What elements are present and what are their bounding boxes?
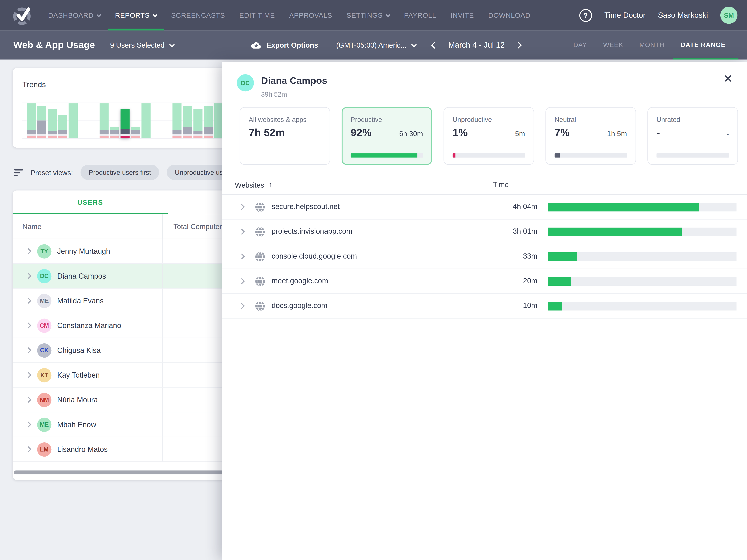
date-range-label[interactable]: March 4 - Jul 12 [437,41,516,50]
cloud-download-icon [249,41,261,49]
nav-item-reports[interactable]: REPORTS [108,0,164,30]
user-row-name: Núria Moura [57,396,98,404]
website-row[interactable]: docs.google.com 10m [222,294,747,319]
nav-item-label: EDIT TIME [239,11,275,19]
stat-progress-track [453,153,525,158]
stat-card-unrated[interactable]: Unrated - - [647,107,738,165]
nav-item-approvals[interactable]: APPROVALS [282,0,339,30]
trend-bar[interactable] [48,109,57,138]
nav-item-settings[interactable]: SETTINGS [339,0,397,30]
expand-chevron-icon[interactable] [239,278,245,284]
nav-item-download[interactable]: DOWNLOAD [481,0,538,30]
nav-item-payroll[interactable]: PAYROLL [397,0,443,30]
nav-item-edit-time[interactable]: EDIT TIME [232,0,282,30]
nav-item-label: APPROVALS [289,11,332,19]
website-row[interactable]: console.cloud.google.com 33m [222,244,747,269]
panel-user-name: Diana Campos [261,75,327,86]
trend-bar[interactable] [27,103,36,138]
website-bar-track [548,252,737,261]
user-avatar[interactable]: SM [720,7,738,24]
expand-chevron-icon[interactable] [25,347,31,353]
timezone-selector[interactable]: (GMT-05:00) Americ... [336,41,416,49]
next-period-button[interactable] [515,42,522,48]
stat-label: All websites & apps [249,116,321,123]
expand-chevron-icon[interactable] [239,303,245,309]
content-area: Trends Preset views: Productive users fi… [0,59,747,560]
website-rows: secure.helpscout.net 4h 04m projects.inv… [222,194,747,319]
website-domain: projects.invisionapp.com [272,227,353,236]
stat-card-neutral[interactable]: Neutral 7% 1h 5m [545,107,636,165]
website-row[interactable]: secure.helpscout.net 4h 04m [222,195,747,219]
trend-bar[interactable] [100,103,109,138]
view-mode-day[interactable]: DAY [565,30,595,59]
websites-header: Websites ↑ Time [222,178,747,194]
nav-item-screencasts[interactable]: SCREENCASTS [164,0,232,30]
expand-chevron-icon[interactable] [239,229,245,235]
trend-bar[interactable] [110,127,119,138]
nav-item-label: DOWNLOAD [488,11,531,19]
stat-progress-track [555,153,627,158]
trend-bar[interactable] [204,106,213,138]
stat-card-all-websites-apps[interactable]: All websites & apps 7h 52m [240,107,330,165]
stat-progress-track [656,153,729,158]
trend-bar[interactable] [37,106,46,138]
expand-chevron-icon[interactable] [25,397,31,403]
help-icon[interactable]: ? [579,9,592,22]
chevron-down-icon [97,12,101,17]
preset-chip[interactable]: Productive users first [80,165,159,180]
stat-time: 5m [515,130,525,138]
trend-bar[interactable] [183,106,192,138]
stat-value: 7% [555,127,570,139]
nav-item-dashboard[interactable]: DASHBOARD [41,0,108,30]
trend-bar[interactable] [141,103,151,138]
export-options-button[interactable]: Export Options [249,41,318,49]
websites-sort-header[interactable]: Websites ↑ [235,181,272,189]
website-bar-fill [548,302,562,311]
trend-bar[interactable] [194,109,203,138]
trend-bar[interactable] [131,127,140,138]
website-time: 4h 04m [460,203,538,211]
close-icon[interactable]: ✕ [723,73,732,84]
stat-label: Unrated [656,116,729,123]
expand-chevron-icon[interactable] [239,254,245,259]
stat-card-productive[interactable]: Productive 92% 6h 30m [342,107,432,165]
view-mode-week[interactable]: WEEK [595,30,632,59]
website-time: 20m [460,277,538,285]
expand-chevron-icon[interactable] [239,204,245,210]
expand-chevron-icon[interactable] [25,372,31,378]
website-row[interactable]: projects.invisionapp.com 3h 01m [222,219,747,244]
expand-chevron-icon[interactable] [25,298,31,304]
globe-icon [254,202,266,213]
expand-chevron-icon[interactable] [25,248,31,254]
trend-bar[interactable] [173,103,182,138]
users-selector[interactable]: 9 Users Selected [110,41,174,49]
website-bar-fill [548,228,682,236]
stat-card-unproductive[interactable]: Unproductive 1% 5m [443,107,534,165]
globe-icon [254,251,266,263]
view-mode-date-range[interactable]: DATE RANGE [672,30,733,59]
user-row-avatar: CK [37,343,51,357]
chevron-down-icon [411,42,417,47]
nav-item-invite[interactable]: INVITE [443,0,481,30]
expand-chevron-icon[interactable] [25,273,31,279]
time-doctor-logo-icon[interactable] [11,3,33,28]
stat-label: Neutral [555,116,627,123]
website-bar-fill [548,252,577,261]
trend-bar[interactable] [121,109,130,138]
nav-items: DASHBOARD REPORTS SCREENCASTS EDIT TIME … [41,0,538,30]
app-window: DASHBOARD REPORTS SCREENCASTS EDIT TIME … [0,0,747,560]
tab-users[interactable]: USERS [13,191,168,214]
stat-progress-fill [351,153,417,158]
website-row[interactable]: meet.google.com 20m [222,269,747,294]
column-header-name[interactable]: Name [13,214,163,239]
expand-chevron-icon[interactable] [25,446,31,452]
expand-chevron-icon[interactable] [25,322,31,328]
view-mode-month[interactable]: MONTH [631,30,672,59]
trend-bar[interactable] [58,114,67,138]
trend-bar[interactable] [69,103,78,138]
user-row-name: Matilda Evans [57,296,103,305]
user-detail-panel: DC Diana Campos 39h 52m ✕ All websites &… [222,62,747,560]
stat-progress-fill [453,153,456,158]
preset-chips: Productive users firstUnproductive user [80,165,237,180]
expand-chevron-icon[interactable] [25,422,31,428]
